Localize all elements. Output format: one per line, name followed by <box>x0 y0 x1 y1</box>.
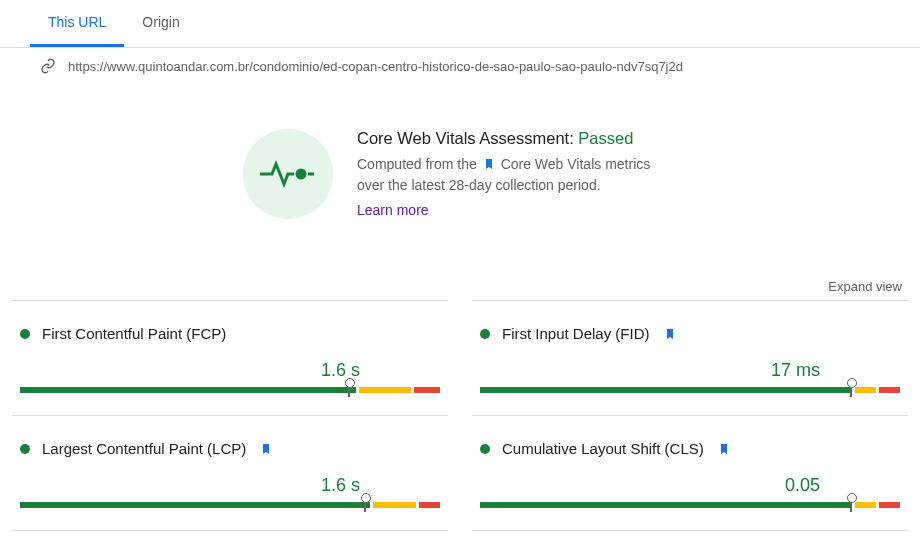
metric-header: Largest Contentful Paint (LCP) <box>20 440 440 457</box>
metric-name: First Input Delay (FID) <box>502 325 650 342</box>
assessment-title-prefix: Core Web Vitals Assessment: <box>357 129 578 147</box>
status-dot-green <box>480 444 490 454</box>
metrics-grid: First Contentful Paint (FCP) 1.6 s First… <box>0 300 920 531</box>
status-dot-green <box>20 329 30 339</box>
bookmark-icon <box>664 327 676 341</box>
pulse-badge <box>243 129 333 219</box>
metric-header: First Input Delay (FID) <box>480 325 900 342</box>
bookmark-icon <box>260 442 272 456</box>
tab-this-url[interactable]: This URL <box>30 0 124 47</box>
metric-value: 0.05 <box>480 475 900 496</box>
metric-header: First Contentful Paint (FCP) <box>20 325 440 342</box>
metric-name: Largest Contentful Paint (LCP) <box>42 440 246 457</box>
metric-bar <box>20 502 440 514</box>
metric-header: Cumulative Layout Shift (CLS) <box>480 440 900 457</box>
bookmark-icon <box>718 442 730 456</box>
metric-bar <box>480 502 900 514</box>
learn-more-link[interactable]: Learn more <box>357 202 429 218</box>
metric-value: 17 ms <box>480 360 900 381</box>
bar-marker <box>850 498 852 512</box>
metric-value: 1.6 s <box>20 360 440 381</box>
metric-value: 1.6 s <box>20 475 440 496</box>
metric-fcp: First Contentful Paint (FCP) 1.6 s <box>12 300 448 415</box>
url-text: https://www.quintoandar.com.br/condomini… <box>68 59 683 74</box>
bookmark-icon <box>483 157 495 171</box>
status-dot-green <box>480 329 490 339</box>
metric-lcp: Largest Contentful Paint (LCP) 1.6 s <box>12 415 448 531</box>
tabs-bar: This URL Origin <box>0 0 920 48</box>
metric-cls: Cumulative Layout Shift (CLS) 0.05 <box>472 415 908 531</box>
svg-point-0 <box>297 170 305 178</box>
status-dot-green <box>20 444 30 454</box>
assessment-desc-prefix: Computed from the <box>357 156 481 172</box>
bar-marker <box>364 498 366 512</box>
assessment-section: Core Web Vitals Assessment: Passed Compu… <box>0 84 920 279</box>
assessment-status: Passed <box>578 129 633 147</box>
assessment-title: Core Web Vitals Assessment: Passed <box>357 129 677 148</box>
tab-origin[interactable]: Origin <box>124 0 197 47</box>
metric-bar <box>20 387 440 399</box>
metric-name: Cumulative Layout Shift (CLS) <box>502 440 704 457</box>
metric-fid: First Input Delay (FID) 17 ms <box>472 300 908 415</box>
metric-name: First Contentful Paint (FCP) <box>42 325 226 342</box>
metric-bar <box>480 387 900 399</box>
heartbeat-icon <box>258 159 318 189</box>
url-row: https://www.quintoandar.com.br/condomini… <box>0 48 920 84</box>
assessment-description: Computed from the Core Web Vitals metric… <box>357 154 677 196</box>
bar-marker <box>850 383 852 397</box>
expand-view-link[interactable]: Expand view <box>0 279 920 300</box>
assessment-text: Core Web Vitals Assessment: Passed Compu… <box>357 129 677 219</box>
bar-marker <box>348 383 350 397</box>
link-icon <box>40 58 56 74</box>
